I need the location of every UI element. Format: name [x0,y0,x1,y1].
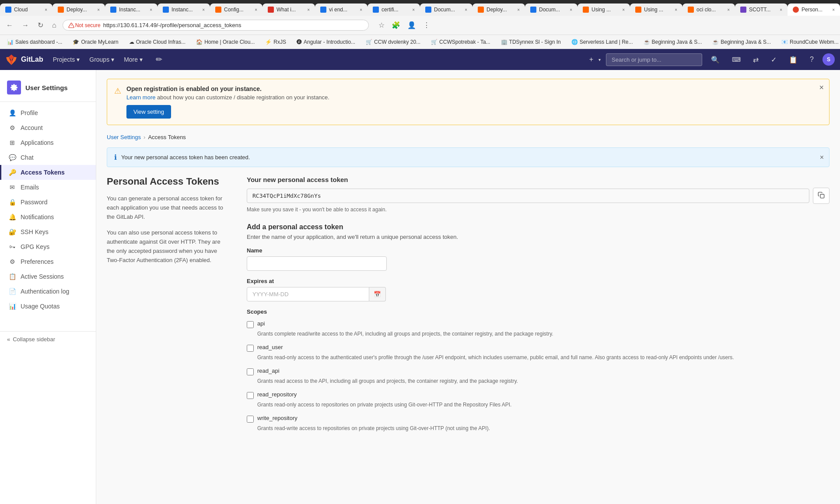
tab-close-config[interactable]: × [255,7,257,12]
user-avatar[interactable]: S [822,53,835,66]
calendar-button[interactable]: 📅 [369,287,386,301]
sidebar-item-active-sessions[interactable]: 📋 Active Sessions [0,269,96,284]
home-button[interactable]: ⌂ [49,20,59,31]
sidebar-item-applications[interactable]: ⊞ Applications [0,135,96,150]
extensions-button[interactable]: 🧩 [389,19,403,31]
sidebar-item-ssh-keys[interactable]: 🔐 SSH Keys [0,224,96,239]
tab-cloud[interactable]: Cloud × [0,4,52,16]
tab-using1[interactable]: Using ... × [578,4,630,16]
tab-close-cloud[interactable]: × [45,7,47,12]
tab-close-personal[interactable]: × [832,7,835,12]
tab-close-deploy1[interactable]: × [97,7,100,12]
bookmark-ccw1[interactable]: 🛒 CCW dvolenky 20... [362,38,424,46]
scope-checkbox-write-repository[interactable] [247,416,254,423]
sidebar-item-chat[interactable]: 💬 Chat [0,150,96,165]
name-label: Name [247,247,830,254]
tab-close-using2[interactable]: × [675,7,677,12]
tab-config[interactable]: Config... × [210,4,262,16]
tab-what[interactable]: What i... × [262,4,315,16]
bookmark-java1[interactable]: ☕ Beginning Java & S... [640,38,706,46]
scope-checkbox-api[interactable] [247,321,254,328]
sidebar-item-usage-quotas[interactable]: 📊 Usage Quotas [0,299,96,314]
back-button[interactable]: ← [4,20,16,31]
header-nav-groups[interactable]: Groups ▾ [85,53,119,66]
bookmark-oracle-home[interactable]: 🏠 Home | Oracle Clou... [192,38,258,46]
tab-cert[interactable]: certifi... × [368,4,420,16]
bookmark-sales[interactable]: 📊 Sales dashboard -... [4,38,66,46]
tab-inst1[interactable]: Instanc... × [105,4,158,16]
address-bar[interactable]: Not secure https://130.61.174.49/-/profi… [63,20,369,31]
bookmark-angular[interactable]: 🅐 Angular - Introductio... [293,38,359,46]
tab-close-inst2[interactable]: × [202,7,205,12]
tab-close-doc1[interactable]: × [465,7,467,12]
bookmark-oracle-learn[interactable]: 🎓 Oracle MyLearn [69,38,122,46]
new-item-button[interactable]: + [586,53,597,66]
tab-scott[interactable]: SCOTT... × [735,4,788,16]
search-button[interactable]: 🔍 [707,53,723,66]
scope-checkbox-read-repository[interactable] [247,392,254,399]
token-value-input[interactable] [247,189,809,203]
tab-close-vi[interactable]: × [360,7,362,12]
bookmark-roundcube[interactable]: 📧 RoundCube Webm... [778,38,840,46]
tab-close-inst1[interactable]: × [150,7,152,12]
bookmark-ccw2[interactable]: 🛒 CCWSpotrebak - Ta... [427,38,494,46]
bookmark-td[interactable]: 🏢 TDSynnex Sl - Sign In [497,38,564,46]
gitlab-logo[interactable]: GitLab [5,53,43,66]
sidebar-item-profile[interactable]: 👤 Profile [0,105,96,120]
name-input[interactable] [247,256,387,271]
view-setting-button[interactable]: View setting [126,105,171,119]
tab-close-doc2[interactable]: × [570,7,572,12]
sidebar-item-notifications[interactable]: 🔔 Notifications [0,210,96,224]
tab-close-cert[interactable]: × [412,7,415,12]
tab-personal-active[interactable]: Person... × [788,4,840,16]
help-button[interactable]: ? [806,53,817,66]
bookmark-java2[interactable]: ☕ Beginning Java & S... [709,38,774,46]
sidebar-item-auth-log[interactable]: 📄 Authentication log [0,284,96,299]
tab-using2[interactable]: Using ... × [630,4,682,16]
scope-checkbox-read-api[interactable] [247,368,254,375]
tab-deploy2[interactable]: Deploy... × [472,4,525,16]
tab-close-deploy2[interactable]: × [517,7,520,12]
collapse-sidebar-button[interactable]: « Collapse sidebar [0,331,96,347]
tab-oci[interactable]: oci clo... × [682,4,735,16]
profile-button[interactable]: 👤 [405,19,419,31]
expires-input[interactable] [247,287,369,301]
edit-mode-button[interactable]: ✏ [152,52,166,67]
sidebar-item-emails[interactable]: ✉ Emails [0,180,96,195]
header-plus-dropdown[interactable]: + ▾ [586,53,601,66]
tab-close-what[interactable]: × [307,7,310,12]
settings-button[interactable]: ⋮ [420,19,433,31]
sidebar-item-gpg-keys[interactable]: 🗝 GPG Keys [0,239,96,254]
issues-button[interactable]: ✓ [767,53,780,66]
tab-deploy1[interactable]: Deploy... × [52,4,105,16]
sidebar-item-preferences[interactable]: ⚙ Preferences [0,254,96,269]
tab-doc2[interactable]: Docum... × [525,4,578,16]
bookmark-oracle-cloud-infra[interactable]: ☁ Oracle Cloud Infras... [126,38,189,46]
bookmark-star-button[interactable]: ☆ [376,19,387,31]
header-nav-projects[interactable]: Projects ▾ [49,53,84,66]
header-nav-more[interactable]: More ▾ [119,53,147,66]
header-search-input[interactable] [606,53,702,66]
todo-button[interactable]: 📋 [785,53,801,66]
tab-doc1[interactable]: Docum... × [420,4,472,16]
copy-token-button[interactable] [813,188,830,204]
sidebar-item-access-tokens[interactable]: 🔑 Access Tokens [0,165,96,180]
learn-more-link[interactable]: Learn more [126,94,155,101]
kbd-shortcut-button[interactable]: ⌨ [728,53,744,66]
tab-inst2[interactable]: Instanc... × [158,4,210,16]
bookmark-rxjs[interactable]: ⚡ RxJS [262,38,290,46]
sidebar-item-account[interactable]: ⚙ Account [0,120,96,135]
tab-vi[interactable]: vi end... × [315,4,368,16]
sidebar-item-password[interactable]: 🔒 Password [0,195,96,210]
bookmark-serverless[interactable]: 🌐 Serverless Land | Re... [568,38,637,46]
forward-button[interactable]: → [19,20,32,31]
scope-checkbox-read-user[interactable] [247,345,254,352]
tab-close-scott[interactable]: × [780,7,782,12]
tab-close-oci[interactable]: × [727,7,730,12]
merge-requests-button[interactable]: ⇄ [749,53,762,66]
breadcrumb-parent-link[interactable]: User Settings [107,134,141,140]
success-close-button[interactable]: × [820,154,824,161]
reload-button[interactable]: ↻ [35,19,46,31]
notice-close-button[interactable]: × [819,84,824,91]
tab-close-using1[interactable]: × [622,7,625,12]
